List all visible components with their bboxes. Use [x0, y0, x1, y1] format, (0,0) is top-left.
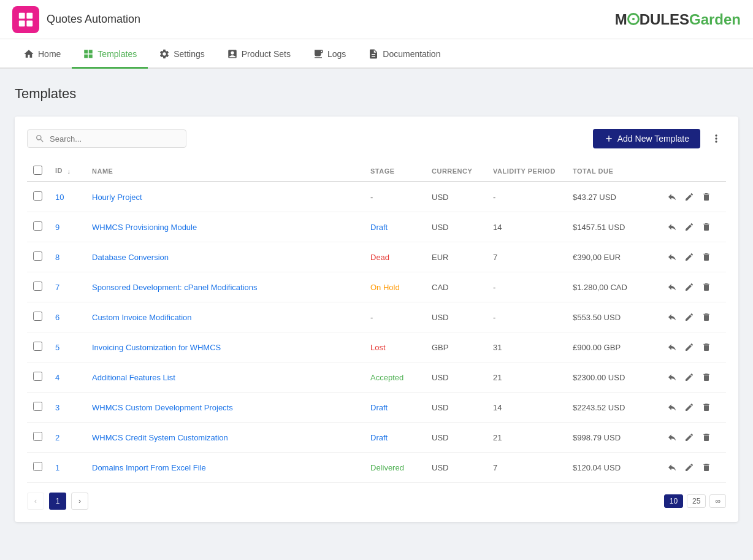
nav-item-settings[interactable]: Settings [148, 48, 216, 69]
sort-icon[interactable]: ↓ [67, 167, 71, 175]
add-new-template-button[interactable]: Add New Template [593, 129, 700, 148]
row-id-link[interactable]: 10 [55, 193, 64, 202]
row-edit-button[interactable] [682, 430, 697, 445]
nav-item-documentation[interactable]: Documentation [357, 48, 451, 69]
row-delete-button[interactable] [699, 190, 714, 204]
row-name-link[interactable]: Additional Features List [92, 373, 175, 382]
row-checkbox[interactable] [33, 312, 42, 321]
row-currency-cell: USD [426, 302, 487, 332]
row-open-button[interactable] [665, 370, 679, 385]
row-stage-value: Draft [370, 433, 388, 442]
add-button-label: Add New Template [617, 134, 689, 144]
row-edit-button[interactable] [682, 220, 697, 234]
row-check-cell [27, 182, 49, 212]
select-all-checkbox[interactable] [33, 166, 42, 175]
col-header-validity: VALIDITY PERIOD [487, 161, 567, 182]
more-dots-icon [710, 132, 722, 145]
row-name-link[interactable]: Hourly Project [92, 193, 142, 202]
row-name-link[interactable]: Custom Invoice Modification [92, 313, 192, 322]
prev-page-button[interactable]: ‹ [27, 493, 44, 510]
open-icon [667, 222, 677, 232]
row-checkbox[interactable] [33, 372, 42, 381]
delete-icon [701, 312, 711, 322]
row-id-link[interactable]: 5 [55, 343, 59, 352]
table-row: 2 WHMCS Credit System Customization Draf… [27, 423, 726, 453]
row-open-button[interactable] [665, 250, 679, 264]
row-checkbox[interactable] [33, 462, 42, 471]
row-id-link[interactable]: 9 [55, 223, 59, 232]
row-name-link[interactable]: WHMCS Provisioning Module [92, 223, 197, 232]
row-edit-button[interactable] [682, 190, 697, 204]
nav-item-templates[interactable]: Templates [72, 48, 148, 69]
row-name-link[interactable]: Domains Import From Excel File [92, 463, 206, 472]
row-open-button[interactable] [665, 220, 679, 234]
row-checkbox[interactable] [33, 251, 42, 261]
row-id-link[interactable]: 8 [55, 253, 59, 262]
row-id-link[interactable]: 7 [55, 283, 59, 292]
row-delete-button[interactable] [699, 460, 714, 475]
row-actions [665, 250, 720, 264]
row-delete-button[interactable] [699, 310, 714, 324]
row-id-link[interactable]: 3 [55, 403, 59, 412]
row-id-link[interactable]: 6 [55, 313, 59, 322]
row-edit-button[interactable] [682, 280, 697, 294]
col-header-total: TOTAL DUE [567, 161, 659, 182]
row-id-link[interactable]: 1 [55, 463, 59, 472]
row-validity-cell: 21 [487, 362, 567, 393]
row-open-button[interactable] [665, 430, 679, 445]
row-total-cell: $2243.52 USD [567, 393, 659, 423]
row-validity-cell: 21 [487, 423, 567, 453]
row-checkbox[interactable] [33, 282, 42, 291]
row-checkbox[interactable] [33, 432, 42, 441]
row-open-button[interactable] [665, 400, 679, 415]
nav-item-home[interactable]: Home [12, 48, 72, 69]
search-input[interactable] [50, 134, 172, 144]
search-box[interactable] [27, 129, 186, 148]
row-open-button[interactable] [665, 460, 679, 475]
row-delete-button[interactable] [699, 220, 714, 234]
row-edit-button[interactable] [682, 340, 697, 355]
row-name-link[interactable]: WHMCS Credit System Customization [92, 433, 228, 442]
nav-item-logs[interactable]: Logs [302, 48, 357, 69]
per-page-10-button[interactable]: 10 [664, 494, 683, 508]
row-edit-button[interactable] [682, 460, 697, 475]
row-edit-button[interactable] [682, 310, 697, 324]
open-icon [667, 432, 677, 442]
row-open-button[interactable] [665, 280, 679, 294]
row-actions-cell [659, 393, 726, 423]
per-page-all-button[interactable]: ∞ [709, 494, 726, 508]
row-open-button[interactable] [665, 190, 679, 204]
per-page-25-button[interactable]: 25 [687, 494, 706, 508]
row-actions-cell [659, 453, 726, 483]
row-checkbox[interactable] [33, 191, 42, 201]
row-delete-button[interactable] [699, 250, 714, 264]
row-delete-button[interactable] [699, 370, 714, 385]
row-name-link[interactable]: WHMCS Custom Development Projects [92, 403, 233, 412]
nav-item-logs-label: Logs [327, 49, 346, 59]
row-open-button[interactable] [665, 340, 679, 355]
row-edit-button[interactable] [682, 370, 697, 385]
row-delete-button[interactable] [699, 430, 714, 445]
more-options-button[interactable] [706, 129, 726, 148]
row-edit-button[interactable] [682, 250, 697, 264]
row-checkbox[interactable] [33, 221, 42, 231]
row-name-link[interactable]: Database Conversion [92, 253, 169, 262]
row-name-link[interactable]: Sponsored Development: cPanel Modificati… [92, 283, 258, 292]
row-delete-button[interactable] [699, 280, 714, 294]
row-checkbox[interactable] [33, 402, 42, 411]
row-edit-button[interactable] [682, 400, 697, 415]
row-checkbox[interactable] [33, 342, 42, 351]
next-page-button[interactable]: › [71, 493, 88, 510]
row-actions-cell [659, 302, 726, 332]
row-id-cell: 5 [49, 332, 86, 362]
table-row: 4 Additional Features List Accepted USD … [27, 362, 726, 393]
nav-item-product-sets[interactable]: Product Sets [216, 48, 302, 69]
row-delete-button[interactable] [699, 400, 714, 415]
row-id-link[interactable]: 4 [55, 373, 59, 382]
row-delete-button[interactable] [699, 340, 714, 355]
row-open-button[interactable] [665, 310, 679, 324]
table-row: 8 Database Conversion Dead EUR 7 €390,00… [27, 242, 726, 272]
row-name-link[interactable]: Invoicing Customization for WHMCS [92, 343, 221, 352]
row-id-cell: 8 [49, 242, 86, 272]
row-id-link[interactable]: 2 [55, 433, 59, 442]
